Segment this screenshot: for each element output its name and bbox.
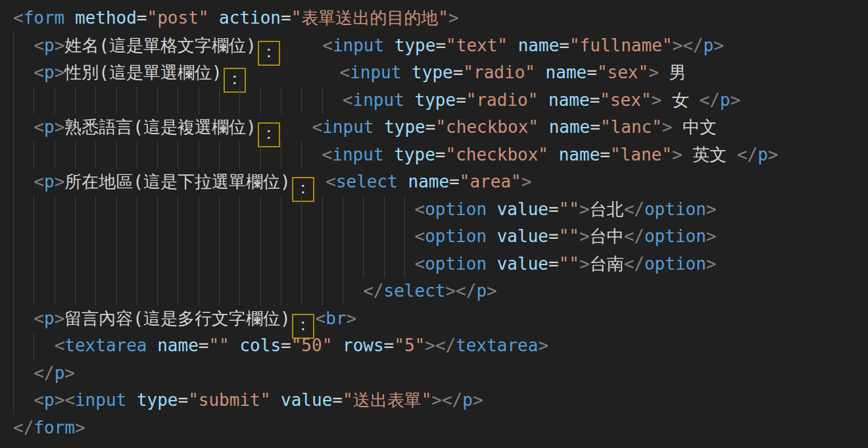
code-line: </select></p> [13, 278, 868, 305]
indent-guides [13, 59, 34, 87]
code-line: <option value="">台中</option> [13, 223, 868, 251]
indent-guides [13, 305, 34, 333]
indent-guides [13, 87, 343, 114]
code-line: <p>熟悉語言(這是複選欄位)： <input type="checkbox" … [13, 114, 868, 141]
indent-guides [13, 360, 34, 387]
indent-guides [13, 141, 322, 169]
code-line: <option value="">台南</option> [13, 251, 868, 278]
indent-guides [13, 251, 414, 278]
code-line: <textarea name="" cols="50" rows="5"></t… [13, 332, 868, 360]
indent-guides [13, 114, 34, 141]
code-line: <p>姓名(這是單格文字欄位)： <input type="text" name… [13, 32, 868, 60]
code-line: </form> [13, 414, 868, 442]
code-line: <p>所在地區(這是下拉選單欄位)： <select name="area"> [13, 168, 868, 196]
code-line: <p>留言內容(這是多行文字欄位)：<br> [13, 305, 868, 333]
code-line: <p>性別(這是單選欄位)： <input type="radio" name=… [13, 59, 868, 87]
indent-guides [13, 168, 34, 196]
code-line: <input type="radio" name="sex"> 女 </p> [13, 87, 868, 114]
indent-guides [13, 387, 34, 414]
indent-guides [13, 223, 414, 251]
code-line: </p> [13, 360, 868, 387]
code-line: <option value="">台北</option> [13, 196, 868, 224]
indent-guides [13, 332, 55, 360]
code-line: <input type="checkbox" name="lane"> 英文 <… [13, 141, 868, 169]
indent-guides [13, 196, 414, 224]
code-editor[interactable]: <form method="post" action="表單送出的目的地"> <… [0, 0, 868, 448]
code-line: <p><input type="submit" value="送出表單"></p… [13, 387, 868, 414]
indent-guides [13, 32, 34, 60]
code-line: <form method="post" action="表單送出的目的地"> [13, 5, 868, 32]
indent-guides [13, 278, 363, 305]
